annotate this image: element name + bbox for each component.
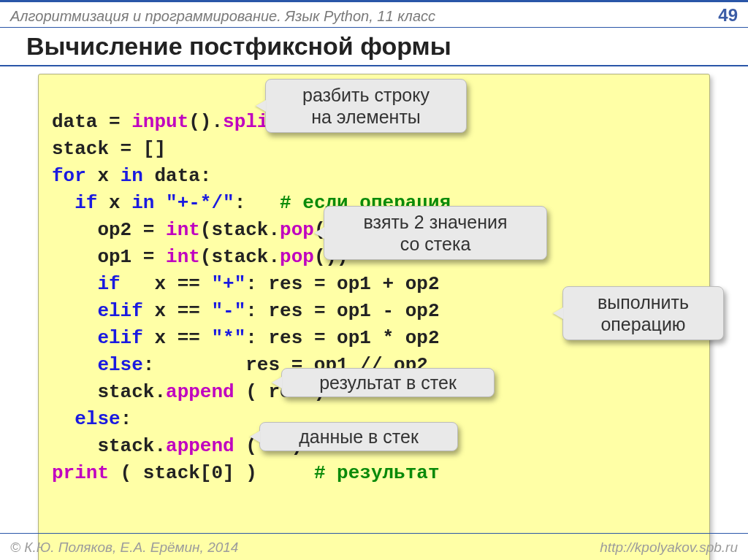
page-title: Вычисление постфиксной формы bbox=[26, 32, 748, 61]
footer-copyright: © К.Ю. Поляков, Е.А. Ерёмин, 2014 bbox=[10, 540, 238, 556]
code-block: data = input().split() stack = [] for x … bbox=[38, 74, 710, 560]
callout-split: разбить строку на элементы bbox=[265, 79, 467, 133]
callout-text: взять 2 значения со стека bbox=[363, 212, 507, 254]
callout-operate: выполнить операцию bbox=[562, 286, 724, 340]
callout-pop: взять 2 значения со стека bbox=[324, 206, 547, 260]
footer-band: © К.Ю. Поляков, Е.А. Ерёмин, 2014 http:/… bbox=[0, 533, 748, 556]
callout-text: результат в стек bbox=[319, 372, 457, 393]
title-underline bbox=[0, 65, 748, 66]
course-title: Алгоритмизация и программирование. Язык … bbox=[10, 8, 435, 25]
callout-push-result: результат в стек bbox=[281, 368, 495, 397]
callout-text: разбить строку на элементы bbox=[302, 85, 430, 127]
callout-push-data: данные в стек bbox=[259, 422, 458, 451]
callout-text: данные в стек bbox=[299, 426, 419, 447]
callout-text: выполнить операцию bbox=[598, 292, 689, 334]
footer-url: http://kpolyakov.spb.ru bbox=[600, 540, 738, 556]
page-number: 49 bbox=[718, 5, 738, 26]
header-band: Алгоритмизация и программирование. Язык … bbox=[0, 0, 748, 28]
